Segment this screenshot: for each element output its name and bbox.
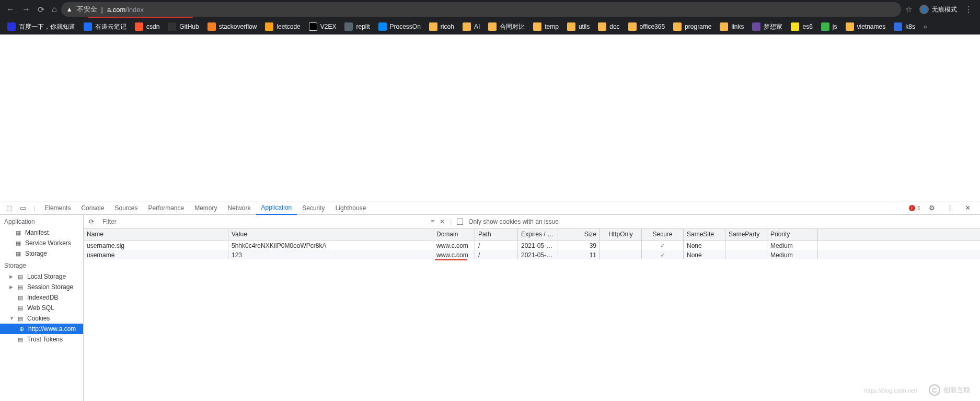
watermark-url: https://blog.csdn.net/: [864, 387, 917, 394]
clear-icon[interactable]: ✕: [440, 218, 445, 225]
storage-icon: ▤: [17, 336, 24, 343]
bookmark-item[interactable]: office365: [625, 22, 668, 31]
column-header[interactable]: Expires / Max-...: [518, 229, 558, 240]
only-issue-checkbox[interactable]: [457, 219, 463, 225]
cell-httponly: [600, 250, 642, 259]
forward-icon[interactable]: →: [22, 5, 30, 14]
favicon-icon: [673, 22, 682, 31]
devtools-tab-application[interactable]: Application: [256, 201, 297, 215]
device-toggle-icon[interactable]: ▭: [17, 204, 29, 212]
devtools-tab-network[interactable]: Network: [223, 201, 256, 215]
sidebar-item[interactable]: ▦Manifest: [0, 227, 83, 238]
bookmark-star-icon[interactable]: ☆: [905, 5, 912, 14]
column-header[interactable]: Secure: [642, 229, 684, 240]
incognito-icon: 👤: [919, 5, 929, 14]
favicon-icon: [265, 22, 273, 31]
devtools-tab-memory[interactable]: Memory: [189, 201, 222, 215]
bookmark-item[interactable]: programe: [670, 22, 714, 31]
cell-expires: 2021-05-20T0...: [518, 240, 558, 250]
bookmark-item[interactable]: GitHub: [165, 22, 202, 31]
bookmark-overflow-icon[interactable]: »: [920, 23, 930, 30]
cell-name: username.sig: [84, 240, 228, 250]
bookmark-item[interactable]: leetcode: [262, 22, 303, 31]
more-dots-icon[interactable]: ⋮: [943, 204, 956, 212]
bookmark-item[interactable]: k8s: [891, 22, 918, 31]
devtools-tab-console[interactable]: Console: [76, 201, 109, 215]
column-header[interactable]: Name: [84, 229, 228, 240]
bookmark-item[interactable]: ProcessOn: [375, 22, 424, 31]
sidebar-item[interactable]: ▼▤Cookies: [0, 313, 83, 324]
column-header[interactable]: Path: [475, 229, 518, 240]
bookmark-item[interactable]: js: [818, 22, 840, 31]
sidebar-item[interactable]: ▶▤Session Storage: [0, 282, 83, 292]
filter-icon[interactable]: ≡: [431, 218, 434, 225]
bookmark-item[interactable]: 梦想家: [749, 22, 786, 31]
url-text: a.com/index: [107, 6, 144, 14]
column-header[interactable]: SameParty: [725, 229, 767, 240]
bookmark-item[interactable]: replit: [341, 22, 373, 31]
sidebar-cookie-origin[interactable]: ⊕http://www.a.com: [0, 324, 83, 334]
cell-size: 11: [558, 250, 600, 259]
caret-icon: ▼: [9, 316, 14, 321]
favicon-icon: [791, 22, 799, 31]
filter-input[interactable]: [100, 217, 390, 226]
devtools-tab-performance[interactable]: Performance: [143, 201, 189, 215]
bookmark-item[interactable]: links: [717, 22, 747, 31]
sidebar-item[interactable]: ▶▤Local Storage: [0, 271, 83, 282]
sidebar-item[interactable]: ▦Service Workers: [0, 238, 83, 248]
favicon-icon: [567, 22, 575, 31]
bookmark-item[interactable]: 百度一下，你就知道: [4, 22, 78, 31]
devtools-tab-security[interactable]: Security: [297, 201, 330, 215]
bookmark-item[interactable]: 合同对比: [485, 22, 528, 31]
bookmark-item[interactable]: stackoverflow: [204, 22, 260, 31]
favicon-icon: [463, 22, 471, 31]
back-icon[interactable]: ←: [6, 5, 15, 14]
inspect-icon[interactable]: ⬚: [3, 204, 16, 212]
annotation-underline: [88, 17, 193, 18]
sidebar-item[interactable]: ▤Trust Tokens: [0, 334, 83, 345]
column-header[interactable]: Size: [558, 229, 600, 240]
column-header[interactable]: SameSite: [684, 229, 725, 240]
bookmark-item[interactable]: doc: [595, 22, 622, 31]
bookmark-item[interactable]: 有道云笔记: [80, 22, 130, 31]
cell-secure: ✓: [642, 250, 684, 259]
settings-gear-icon[interactable]: ⚙: [926, 204, 938, 212]
table-row[interactable]: username123www.c.com/2021-05-20T0...11✓N…: [84, 250, 980, 259]
bookmark-item[interactable]: V2EX: [306, 22, 340, 31]
menu-dots-icon[interactable]: ⋮: [964, 5, 973, 15]
storage-icon: ▤: [17, 305, 24, 312]
bookmark-item[interactable]: AI: [459, 22, 483, 31]
address-bar[interactable]: ▲ 不安全 | a.com/index: [61, 2, 901, 17]
home-icon[interactable]: ⌂: [52, 5, 57, 14]
bookmark-item[interactable]: es6: [788, 22, 815, 31]
error-badge[interactable]: !1: [909, 205, 920, 211]
bookmark-item[interactable]: ricoh: [426, 22, 457, 31]
cell-path: /: [475, 240, 518, 250]
column-header[interactable]: HttpOnly: [600, 229, 642, 240]
table-row[interactable]: username.sig5hhk0c4reNXKiIP0M0ooWPcr8kAw…: [84, 240, 980, 250]
column-header[interactable]: Value: [228, 229, 433, 240]
sidebar-item[interactable]: ▤Web SQL: [0, 303, 83, 313]
favicon-icon: [429, 22, 437, 31]
sidebar-item[interactable]: ▤IndexedDB: [0, 292, 83, 303]
storage-icon: ▤: [17, 294, 24, 301]
column-header[interactable]: Priority: [767, 229, 818, 240]
bookmark-item[interactable]: utils: [564, 22, 593, 31]
favicon-icon: [752, 22, 760, 31]
item-icon: ▦: [15, 250, 22, 257]
bookmark-item[interactable]: temp: [530, 22, 562, 31]
devtools-tab-elements[interactable]: Elements: [39, 201, 76, 215]
page-viewport: [0, 35, 980, 201]
sidebar-item[interactable]: ▦Storage: [0, 248, 83, 259]
only-issue-label: Only show cookies with an issue: [468, 218, 559, 225]
column-header[interactable]: Domain: [433, 229, 475, 240]
reload-icon[interactable]: ⟳: [38, 5, 44, 15]
bookmark-item[interactable]: csdn: [132, 22, 163, 31]
refresh-icon[interactable]: ⟳: [87, 218, 96, 225]
bookmark-item[interactable]: vietnames: [843, 22, 889, 31]
devtools-tab-lighthouse[interactable]: Lighthouse: [330, 201, 372, 215]
close-icon[interactable]: ✕: [962, 204, 974, 212]
incognito-indicator: 👤 无痕模式: [919, 5, 957, 14]
devtools-tab-sources[interactable]: Sources: [109, 201, 143, 215]
favicon-icon: [628, 22, 637, 31]
